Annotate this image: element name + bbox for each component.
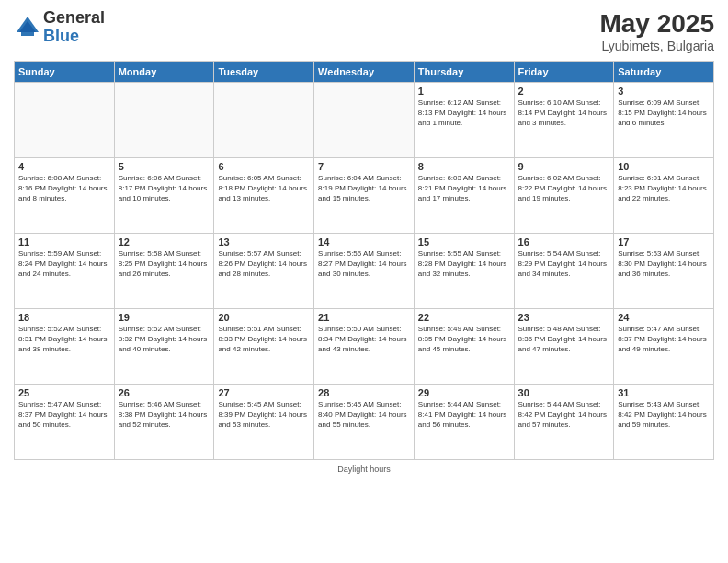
day-cell: 9Sunrise: 6:02 AM Sunset: 8:22 PM Daylig… bbox=[514, 158, 614, 234]
day-cell: 5Sunrise: 6:06 AM Sunset: 8:17 PM Daylig… bbox=[114, 158, 214, 234]
day-cell: 23Sunrise: 5:48 AM Sunset: 8:36 PM Dayli… bbox=[514, 309, 614, 385]
logo-general: General bbox=[43, 9, 105, 28]
col-header-saturday: Saturday bbox=[614, 62, 714, 83]
day-number: 4 bbox=[18, 161, 110, 172]
day-cell: 17Sunrise: 5:53 AM Sunset: 8:30 PM Dayli… bbox=[614, 234, 714, 309]
day-info: Sunrise: 5:58 AM Sunset: 8:25 PM Dayligh… bbox=[119, 249, 210, 279]
day-info: Sunrise: 5:52 AM Sunset: 8:32 PM Dayligh… bbox=[119, 325, 210, 354]
day-cell: 27Sunrise: 5:45 AM Sunset: 8:39 PM Dayli… bbox=[214, 385, 314, 460]
day-info: Sunrise: 5:47 AM Sunset: 8:37 PM Dayligh… bbox=[18, 400, 110, 430]
day-info: Sunrise: 5:44 AM Sunset: 8:41 PM Dayligh… bbox=[418, 400, 510, 430]
col-header-thursday: Thursday bbox=[414, 62, 514, 83]
title-block: May 2025 Lyubimets, Bulgaria bbox=[599, 9, 714, 53]
day-info: Sunrise: 5:56 AM Sunset: 8:27 PM Dayligh… bbox=[318, 249, 410, 279]
day-number: 12 bbox=[119, 236, 210, 247]
day-number: 21 bbox=[318, 312, 410, 323]
week-row-1: 4Sunrise: 6:08 AM Sunset: 8:16 PM Daylig… bbox=[15, 158, 714, 234]
day-number: 13 bbox=[218, 236, 310, 247]
day-info: Sunrise: 6:09 AM Sunset: 8:15 PM Dayligh… bbox=[618, 98, 710, 128]
day-info: Sunrise: 6:05 AM Sunset: 8:18 PM Dayligh… bbox=[218, 174, 310, 203]
day-cell: 7Sunrise: 6:04 AM Sunset: 8:19 PM Daylig… bbox=[314, 158, 415, 234]
logo-icon bbox=[14, 14, 41, 41]
day-number: 22 bbox=[418, 312, 510, 323]
day-info: Sunrise: 5:53 AM Sunset: 8:30 PM Dayligh… bbox=[618, 249, 710, 279]
day-info: Sunrise: 5:55 AM Sunset: 8:28 PM Dayligh… bbox=[418, 249, 510, 279]
day-number: 2 bbox=[518, 86, 610, 97]
week-row-4: 25Sunrise: 5:47 AM Sunset: 8:37 PM Dayli… bbox=[15, 385, 714, 460]
logo-blue: Blue bbox=[43, 28, 105, 46]
day-info: Sunrise: 5:45 AM Sunset: 8:39 PM Dayligh… bbox=[218, 400, 310, 430]
day-cell: 15Sunrise: 5:55 AM Sunset: 8:28 PM Dayli… bbox=[414, 234, 514, 309]
day-number: 26 bbox=[119, 387, 210, 398]
day-info: Sunrise: 6:02 AM Sunset: 8:22 PM Dayligh… bbox=[518, 174, 610, 203]
day-cell: 29Sunrise: 5:44 AM Sunset: 8:41 PM Dayli… bbox=[414, 385, 514, 460]
day-number: 10 bbox=[618, 161, 710, 172]
day-cell bbox=[214, 83, 314, 158]
day-cell: 12Sunrise: 5:58 AM Sunset: 8:25 PM Dayli… bbox=[114, 234, 214, 309]
day-info: Sunrise: 5:48 AM Sunset: 8:36 PM Dayligh… bbox=[518, 325, 610, 354]
day-cell: 25Sunrise: 5:47 AM Sunset: 8:37 PM Dayli… bbox=[15, 385, 115, 460]
day-number: 20 bbox=[218, 312, 310, 323]
week-row-0: 1Sunrise: 6:12 AM Sunset: 8:13 PM Daylig… bbox=[15, 83, 714, 158]
day-number: 14 bbox=[318, 236, 410, 247]
day-cell: 1Sunrise: 6:12 AM Sunset: 8:13 PM Daylig… bbox=[414, 83, 514, 158]
day-cell bbox=[15, 83, 115, 158]
col-header-friday: Friday bbox=[514, 62, 614, 83]
col-header-tuesday: Tuesday bbox=[214, 62, 314, 83]
col-header-monday: Monday bbox=[114, 62, 214, 83]
day-number: 8 bbox=[418, 161, 510, 172]
day-info: Sunrise: 5:57 AM Sunset: 8:26 PM Dayligh… bbox=[218, 249, 310, 279]
day-info: Sunrise: 6:04 AM Sunset: 8:19 PM Dayligh… bbox=[318, 174, 410, 203]
day-number: 30 bbox=[518, 387, 610, 398]
day-number: 15 bbox=[418, 236, 510, 247]
day-cell: 11Sunrise: 5:59 AM Sunset: 8:24 PM Dayli… bbox=[15, 234, 115, 309]
page: General Blue May 2025 Lyubimets, Bulgari… bbox=[0, 0, 728, 563]
day-info: Sunrise: 5:43 AM Sunset: 8:42 PM Dayligh… bbox=[618, 400, 710, 430]
day-cell bbox=[314, 83, 415, 158]
day-cell: 28Sunrise: 5:45 AM Sunset: 8:40 PM Dayli… bbox=[314, 385, 415, 460]
day-number: 6 bbox=[218, 161, 310, 172]
day-number: 28 bbox=[318, 387, 410, 398]
day-cell: 8Sunrise: 6:03 AM Sunset: 8:21 PM Daylig… bbox=[414, 158, 514, 234]
day-info: Sunrise: 5:52 AM Sunset: 8:31 PM Dayligh… bbox=[18, 325, 110, 354]
day-info: Sunrise: 5:44 AM Sunset: 8:42 PM Dayligh… bbox=[518, 400, 610, 430]
footer-text: Daylight hours bbox=[337, 465, 391, 474]
day-info: Sunrise: 5:54 AM Sunset: 8:29 PM Dayligh… bbox=[518, 249, 610, 279]
day-cell: 16Sunrise: 5:54 AM Sunset: 8:29 PM Dayli… bbox=[514, 234, 614, 309]
calendar: SundayMondayTuesdayWednesdayThursdayFrid… bbox=[14, 61, 714, 460]
header: General Blue May 2025 Lyubimets, Bulgari… bbox=[14, 9, 714, 53]
logo-text: General Blue bbox=[43, 9, 105, 46]
day-number: 5 bbox=[119, 161, 210, 172]
day-cell: 14Sunrise: 5:56 AM Sunset: 8:27 PM Dayli… bbox=[314, 234, 415, 309]
day-number: 25 bbox=[18, 387, 110, 398]
day-cell bbox=[114, 83, 214, 158]
day-info: Sunrise: 6:12 AM Sunset: 8:13 PM Dayligh… bbox=[418, 98, 510, 128]
calendar-header-row: SundayMondayTuesdayWednesdayThursdayFrid… bbox=[15, 62, 714, 83]
day-cell: 22Sunrise: 5:49 AM Sunset: 8:35 PM Dayli… bbox=[414, 309, 514, 385]
week-row-2: 11Sunrise: 5:59 AM Sunset: 8:24 PM Dayli… bbox=[15, 234, 714, 309]
week-row-3: 18Sunrise: 5:52 AM Sunset: 8:31 PM Dayli… bbox=[15, 309, 714, 385]
subtitle: Lyubimets, Bulgaria bbox=[599, 39, 714, 53]
day-info: Sunrise: 5:50 AM Sunset: 8:34 PM Dayligh… bbox=[318, 325, 410, 354]
day-cell: 10Sunrise: 6:01 AM Sunset: 8:23 PM Dayli… bbox=[614, 158, 714, 234]
day-cell: 4Sunrise: 6:08 AM Sunset: 8:16 PM Daylig… bbox=[15, 158, 115, 234]
day-cell: 21Sunrise: 5:50 AM Sunset: 8:34 PM Dayli… bbox=[314, 309, 415, 385]
day-info: Sunrise: 6:06 AM Sunset: 8:17 PM Dayligh… bbox=[119, 174, 210, 203]
day-info: Sunrise: 5:45 AM Sunset: 8:40 PM Dayligh… bbox=[318, 400, 410, 430]
col-header-wednesday: Wednesday bbox=[314, 62, 415, 83]
day-number: 19 bbox=[119, 312, 210, 323]
day-info: Sunrise: 5:46 AM Sunset: 8:38 PM Dayligh… bbox=[119, 400, 210, 430]
day-cell: 31Sunrise: 5:43 AM Sunset: 8:42 PM Dayli… bbox=[614, 385, 714, 460]
day-cell: 20Sunrise: 5:51 AM Sunset: 8:33 PM Dayli… bbox=[214, 309, 314, 385]
col-header-sunday: Sunday bbox=[15, 62, 115, 83]
day-cell: 2Sunrise: 6:10 AM Sunset: 8:14 PM Daylig… bbox=[514, 83, 614, 158]
day-cell: 26Sunrise: 5:46 AM Sunset: 8:38 PM Dayli… bbox=[114, 385, 214, 460]
day-info: Sunrise: 6:01 AM Sunset: 8:23 PM Dayligh… bbox=[618, 174, 710, 203]
day-cell: 3Sunrise: 6:09 AM Sunset: 8:15 PM Daylig… bbox=[614, 83, 714, 158]
day-number: 24 bbox=[618, 312, 710, 323]
day-cell: 18Sunrise: 5:52 AM Sunset: 8:31 PM Dayli… bbox=[15, 309, 115, 385]
day-number: 18 bbox=[18, 312, 110, 323]
day-info: Sunrise: 6:03 AM Sunset: 8:21 PM Dayligh… bbox=[418, 174, 510, 203]
day-info: Sunrise: 5:59 AM Sunset: 8:24 PM Dayligh… bbox=[18, 249, 110, 279]
day-info: Sunrise: 5:51 AM Sunset: 8:33 PM Dayligh… bbox=[218, 325, 310, 354]
